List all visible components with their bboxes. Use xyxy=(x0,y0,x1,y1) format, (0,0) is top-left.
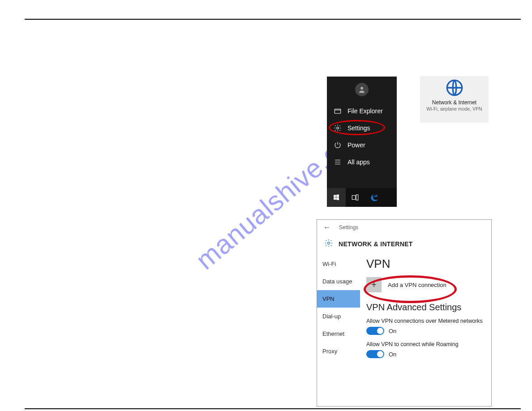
sidebar-item-wifi[interactable]: Wi-Fi xyxy=(317,255,360,273)
power-icon xyxy=(333,141,342,149)
sidebar-item-vpn[interactable]: VPN xyxy=(317,290,360,308)
add-vpn-connection-button[interactable]: + Add a VPN connection xyxy=(366,277,487,292)
setting-roaming-label: Allow VPN to connect while Roaming xyxy=(366,341,487,347)
edge-icon xyxy=(369,193,378,202)
gear-icon xyxy=(324,239,333,249)
sidebar-item-proxy[interactable]: Proxy xyxy=(317,342,360,360)
file-explorer-icon xyxy=(333,107,342,115)
toggle-metered[interactable] xyxy=(366,327,384,335)
gear-icon xyxy=(333,124,342,132)
svg-point-2 xyxy=(337,127,339,129)
start-menu-item-file-explorer[interactable]: File Explorer xyxy=(327,103,397,120)
start-menu-item-label: All apps xyxy=(348,158,370,166)
taskbar-task-view-button[interactable] xyxy=(346,188,365,207)
back-button[interactable]: ← xyxy=(323,223,331,232)
svg-rect-4 xyxy=(356,195,358,200)
tile-title: Network & Internet xyxy=(432,99,476,106)
globe-icon xyxy=(446,79,463,98)
sidebar-item-data-usage[interactable]: Data usage xyxy=(317,273,360,290)
start-menu-item-label: Power xyxy=(348,141,365,149)
toggle-metered-state: On xyxy=(389,328,396,334)
advanced-heading: VPN Advanced Settings xyxy=(366,302,487,313)
sidebar-item-dial-up[interactable]: Dial-up xyxy=(317,308,360,325)
svg-rect-1 xyxy=(335,109,341,114)
toggle-roaming-state: On xyxy=(389,351,396,358)
settings-titlebar-label: Settings xyxy=(339,224,358,231)
windows-logo-icon xyxy=(333,194,340,201)
top-rule xyxy=(25,19,521,20)
tile-subtitle: Wi-Fi, airplane mode, VPN xyxy=(426,106,482,112)
start-menu-item-all-apps[interactable]: All apps xyxy=(327,154,397,171)
svg-point-0 xyxy=(360,87,363,90)
start-menu-user-row[interactable] xyxy=(327,77,397,103)
start-menu-item-settings[interactable]: Settings xyxy=(327,120,397,137)
bottom-rule xyxy=(25,408,521,409)
settings-window: ← Settings NETWORK & INTERNET Wi-Fi Data… xyxy=(317,219,492,407)
plus-icon: + xyxy=(366,277,382,292)
settings-main-panel: VPN + Add a VPN connection VPN Advanced … xyxy=(360,255,491,401)
settings-tile-network-internet[interactable]: Network & Internet Wi-Fi, airplane mode,… xyxy=(420,76,489,123)
taskbar-edge-button[interactable] xyxy=(365,188,383,207)
start-menu-item-power[interactable]: Power xyxy=(327,137,397,154)
user-avatar-icon xyxy=(355,83,369,96)
all-apps-icon xyxy=(333,158,342,166)
taskbar xyxy=(327,188,397,207)
settings-header: NETWORK & INTERNET xyxy=(317,235,491,255)
settings-sidebar: Wi-Fi Data usage VPN Dial-up Ethernet Pr… xyxy=(317,255,360,401)
toggle-roaming[interactable] xyxy=(366,350,384,358)
start-menu-panel: File Explorer Settings Power All apps xyxy=(327,77,397,207)
sidebar-item-ethernet[interactable]: Ethernet xyxy=(317,325,360,342)
task-view-icon xyxy=(351,193,359,201)
add-vpn-label: Add a VPN connection xyxy=(388,282,446,288)
start-menu-item-label: File Explorer xyxy=(348,107,383,115)
taskbar-start-button[interactable] xyxy=(327,188,346,207)
main-heading: VPN xyxy=(366,257,487,271)
settings-header-label: NETWORK & INTERNET xyxy=(339,240,413,248)
svg-rect-3 xyxy=(352,196,356,200)
svg-point-6 xyxy=(328,242,330,244)
start-menu-item-label: Settings xyxy=(348,124,370,132)
settings-titlebar: ← Settings xyxy=(317,220,491,235)
setting-metered-label: Allow VPN connections over Metered netwo… xyxy=(366,318,487,324)
